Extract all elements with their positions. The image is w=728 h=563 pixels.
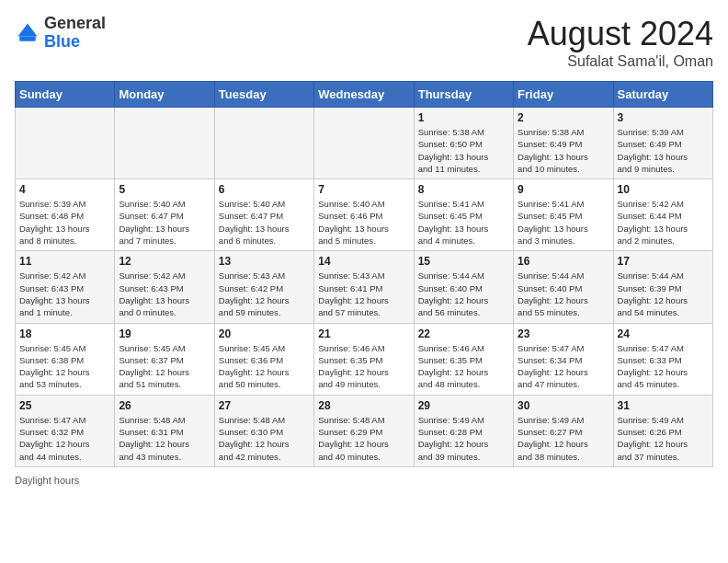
calendar-cell: 29Sunrise: 5:49 AM Sunset: 6:28 PM Dayli… <box>414 395 513 466</box>
calendar-cell: 7Sunrise: 5:40 AM Sunset: 6:46 PM Daylig… <box>314 179 414 251</box>
daylight-label: Daylight hours <box>15 475 79 486</box>
day-number: 5 <box>119 183 210 196</box>
calendar-footer: Daylight hours <box>15 475 713 486</box>
day-info: Sunrise: 5:46 AM Sunset: 6:35 PM Dayligh… <box>418 342 509 391</box>
calendar-cell: 15Sunrise: 5:44 AM Sunset: 6:40 PM Dayli… <box>414 251 513 323</box>
day-info: Sunrise: 5:40 AM Sunset: 6:47 PM Dayligh… <box>119 198 210 247</box>
calendar-cell: 27Sunrise: 5:48 AM Sunset: 6:30 PM Dayli… <box>214 395 313 466</box>
calendar-cell: 25Sunrise: 5:47 AM Sunset: 6:32 PM Dayli… <box>16 395 115 466</box>
day-info: Sunrise: 5:44 AM Sunset: 6:39 PM Dayligh… <box>618 270 709 318</box>
weekday-header-friday: Friday <box>514 82 613 108</box>
calendar-week-row: 25Sunrise: 5:47 AM Sunset: 6:32 PM Dayli… <box>16 395 713 466</box>
calendar-cell: 26Sunrise: 5:48 AM Sunset: 6:31 PM Dayli… <box>115 395 214 466</box>
day-info: Sunrise: 5:38 AM Sunset: 6:50 PM Dayligh… <box>418 126 509 175</box>
day-number: 23 <box>518 327 609 340</box>
day-number: 6 <box>219 183 310 196</box>
day-info: Sunrise: 5:48 AM Sunset: 6:31 PM Dayligh… <box>119 414 210 463</box>
day-info: Sunrise: 5:40 AM Sunset: 6:47 PM Dayligh… <box>219 198 310 247</box>
calendar-week-row: 18Sunrise: 5:45 AM Sunset: 6:38 PM Dayli… <box>16 323 713 395</box>
day-info: Sunrise: 5:40 AM Sunset: 6:46 PM Dayligh… <box>318 198 409 247</box>
day-info: Sunrise: 5:49 AM Sunset: 6:27 PM Dayligh… <box>518 414 609 463</box>
day-info: Sunrise: 5:43 AM Sunset: 6:42 PM Dayligh… <box>219 270 310 318</box>
calendar-cell: 28Sunrise: 5:48 AM Sunset: 6:29 PM Dayli… <box>314 395 414 466</box>
calendar-cell: 18Sunrise: 5:45 AM Sunset: 6:38 PM Dayli… <box>16 323 115 395</box>
day-number: 1 <box>418 111 509 124</box>
calendar-cell: 22Sunrise: 5:46 AM Sunset: 6:35 PM Dayli… <box>414 323 513 395</box>
day-info: Sunrise: 5:42 AM Sunset: 6:43 PM Dayligh… <box>119 270 210 318</box>
day-info: Sunrise: 5:48 AM Sunset: 6:30 PM Dayligh… <box>219 414 310 463</box>
calendar-cell: 31Sunrise: 5:49 AM Sunset: 6:26 PM Dayli… <box>613 395 712 466</box>
day-number: 27 <box>219 399 310 412</box>
weekday-header-row: SundayMondayTuesdayWednesdayThursdayFrid… <box>16 82 713 108</box>
day-number: 13 <box>219 255 310 268</box>
calendar-cell <box>314 108 414 179</box>
day-number: 22 <box>418 327 509 340</box>
calendar-cell: 3Sunrise: 5:39 AM Sunset: 6:49 PM Daylig… <box>613 108 712 179</box>
calendar-cell <box>214 108 313 179</box>
calendar-cell: 21Sunrise: 5:46 AM Sunset: 6:35 PM Dayli… <box>314 323 414 395</box>
day-info: Sunrise: 5:42 AM Sunset: 6:44 PM Dayligh… <box>618 198 709 247</box>
weekday-header-sunday: Sunday <box>16 82 115 108</box>
calendar-subtitle: Sufalat Sama'il, Oman <box>528 53 713 70</box>
day-info: Sunrise: 5:44 AM Sunset: 6:40 PM Dayligh… <box>518 270 609 318</box>
calendar-cell: 2Sunrise: 5:38 AM Sunset: 6:49 PM Daylig… <box>514 108 613 179</box>
day-number: 16 <box>518 255 609 268</box>
svg-rect-1 <box>19 36 36 40</box>
calendar-cell: 30Sunrise: 5:49 AM Sunset: 6:27 PM Dayli… <box>514 395 613 466</box>
calendar-cell: 23Sunrise: 5:47 AM Sunset: 6:34 PM Dayli… <box>514 323 613 395</box>
calendar-cell: 24Sunrise: 5:47 AM Sunset: 6:33 PM Dayli… <box>613 323 712 395</box>
day-number: 14 <box>318 255 409 268</box>
day-number: 7 <box>318 183 409 196</box>
calendar-cell: 8Sunrise: 5:41 AM Sunset: 6:45 PM Daylig… <box>414 179 513 251</box>
page-header: General Blue August 2024 Sufalat Sama'il… <box>15 15 713 70</box>
day-info: Sunrise: 5:45 AM Sunset: 6:36 PM Dayligh… <box>219 342 310 391</box>
day-number: 2 <box>518 111 609 124</box>
day-number: 21 <box>318 327 409 340</box>
calendar-cell: 13Sunrise: 5:43 AM Sunset: 6:42 PM Dayli… <box>214 251 313 323</box>
calendar-cell: 6Sunrise: 5:40 AM Sunset: 6:47 PM Daylig… <box>214 179 313 251</box>
day-info: Sunrise: 5:48 AM Sunset: 6:29 PM Dayligh… <box>318 414 409 463</box>
weekday-header-thursday: Thursday <box>414 82 513 108</box>
logo-general-text: General <box>44 14 106 32</box>
day-number: 15 <box>418 255 509 268</box>
day-info: Sunrise: 5:39 AM Sunset: 6:49 PM Dayligh… <box>618 126 709 175</box>
calendar-cell: 17Sunrise: 5:44 AM Sunset: 6:39 PM Dayli… <box>613 251 712 323</box>
logo: General Blue <box>15 15 106 52</box>
day-number: 11 <box>19 255 110 268</box>
logo-blue-text: Blue <box>44 32 80 51</box>
calendar-week-row: 1Sunrise: 5:38 AM Sunset: 6:50 PM Daylig… <box>16 108 713 179</box>
day-number: 30 <box>518 399 609 412</box>
calendar-table: SundayMondayTuesdayWednesdayThursdayFrid… <box>15 81 713 467</box>
calendar-cell: 20Sunrise: 5:45 AM Sunset: 6:36 PM Dayli… <box>214 323 313 395</box>
day-number: 10 <box>618 183 709 196</box>
day-number: 18 <box>19 327 110 340</box>
calendar-week-row: 4Sunrise: 5:39 AM Sunset: 6:48 PM Daylig… <box>16 179 713 251</box>
calendar-cell: 14Sunrise: 5:43 AM Sunset: 6:41 PM Dayli… <box>314 251 414 323</box>
day-info: Sunrise: 5:47 AM Sunset: 6:34 PM Dayligh… <box>518 342 609 391</box>
day-info: Sunrise: 5:38 AM Sunset: 6:49 PM Dayligh… <box>518 126 609 175</box>
day-info: Sunrise: 5:45 AM Sunset: 6:37 PM Dayligh… <box>119 342 210 391</box>
weekday-header-tuesday: Tuesday <box>214 82 313 108</box>
day-info: Sunrise: 5:43 AM Sunset: 6:41 PM Dayligh… <box>318 270 409 318</box>
day-info: Sunrise: 5:42 AM Sunset: 6:43 PM Dayligh… <box>19 270 110 318</box>
day-number: 4 <box>19 183 110 196</box>
day-number: 28 <box>318 399 409 412</box>
day-number: 29 <box>418 399 509 412</box>
day-info: Sunrise: 5:49 AM Sunset: 6:28 PM Dayligh… <box>418 414 509 463</box>
calendar-title: August 2024 <box>528 15 713 53</box>
weekday-header-saturday: Saturday <box>613 82 712 108</box>
weekday-header-monday: Monday <box>115 82 214 108</box>
day-info: Sunrise: 5:47 AM Sunset: 6:32 PM Dayligh… <box>19 414 110 463</box>
day-number: 3 <box>618 111 709 124</box>
weekday-header-wednesday: Wednesday <box>314 82 414 108</box>
day-info: Sunrise: 5:39 AM Sunset: 6:48 PM Dayligh… <box>19 198 110 247</box>
calendar-cell <box>115 108 214 179</box>
calendar-cell: 16Sunrise: 5:44 AM Sunset: 6:40 PM Dayli… <box>514 251 613 323</box>
calendar-cell: 4Sunrise: 5:39 AM Sunset: 6:48 PM Daylig… <box>16 179 115 251</box>
day-number: 24 <box>618 327 709 340</box>
day-number: 26 <box>119 399 210 412</box>
day-number: 8 <box>418 183 509 196</box>
calendar-cell: 12Sunrise: 5:42 AM Sunset: 6:43 PM Dayli… <box>115 251 214 323</box>
day-number: 31 <box>618 399 709 412</box>
day-info: Sunrise: 5:44 AM Sunset: 6:40 PM Dayligh… <box>418 270 509 318</box>
